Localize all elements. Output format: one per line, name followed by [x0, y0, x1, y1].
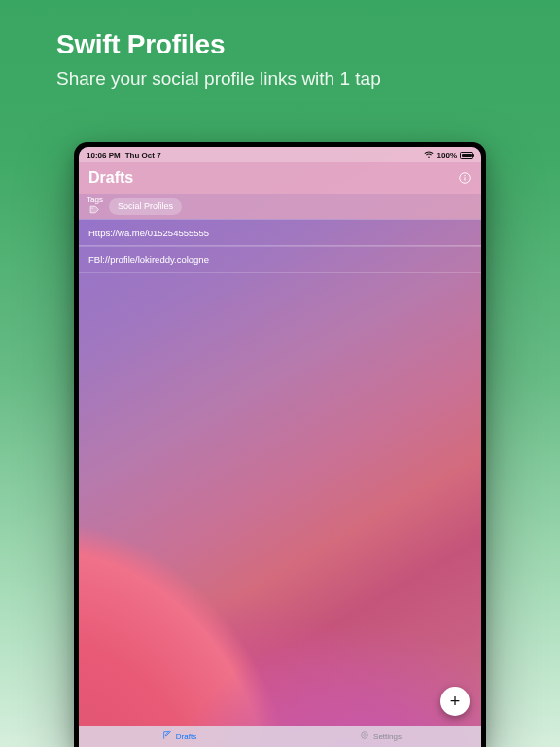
nav-bar: Drafts — [79, 162, 481, 194]
info-icon[interactable] — [458, 171, 472, 185]
wifi-icon — [424, 151, 434, 159]
page-title: Drafts — [88, 169, 133, 187]
compose-icon — [162, 730, 172, 742]
draft-row[interactable]: Https://wa.me/015254555555 — [79, 219, 481, 247]
tab-drafts-label: Drafts — [176, 732, 196, 741]
svg-rect-1 — [464, 177, 465, 181]
draft-row[interactable]: FBl://profile/lokireddy.cologne — [79, 245, 481, 273]
tab-settings-label: Settings — [373, 732, 402, 741]
status-time: 10:06 PM — [87, 151, 121, 160]
app-screen: 10:06 PM Thu Oct 7 100% Drafts — [79, 147, 481, 747]
svg-point-2 — [464, 175, 465, 176]
battery-percent: 100% — [438, 151, 457, 160]
device-frame: 10:06 PM Thu Oct 7 100% Drafts — [74, 142, 486, 747]
tag-icon — [89, 205, 100, 216]
tab-bar: Drafts Settings — [79, 726, 481, 747]
tags-row: Tags Social Profiles — [79, 194, 481, 219]
promo-title: Swift Profiles — [56, 29, 225, 60]
tags-label-group: Tags — [87, 196, 103, 216]
tags-label-text: Tags — [87, 196, 103, 204]
tab-drafts[interactable]: Drafts — [79, 726, 280, 747]
svg-point-3 — [91, 208, 92, 209]
svg-point-4 — [362, 732, 368, 739]
gear-icon — [360, 730, 369, 742]
tab-settings[interactable]: Settings — [280, 726, 481, 747]
promo-stage: Swift Profiles Share your social profile… — [0, 0, 560, 747]
add-button[interactable]: + — [440, 687, 470, 716]
status-bar: 10:06 PM Thu Oct 7 100% — [79, 147, 481, 162]
promo-subtitle: Share your social profile links with 1 t… — [56, 68, 381, 89]
tag-chip-social-profiles[interactable]: Social Profiles — [109, 198, 182, 215]
status-date: Thu Oct 7 — [125, 151, 161, 160]
battery-indicator: 100% — [438, 151, 473, 160]
